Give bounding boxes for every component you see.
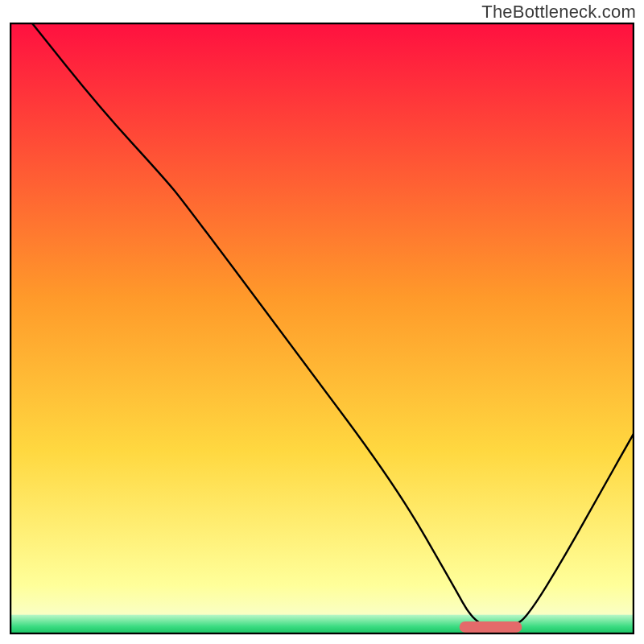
sweet-spot-marker (460, 621, 522, 633)
green-band (10, 615, 634, 634)
watermark-text: TheBottleneck.com (481, 2, 636, 23)
bottleneck-chart (10, 23, 634, 634)
chart-container (10, 23, 634, 634)
gradient-background (10, 23, 634, 634)
